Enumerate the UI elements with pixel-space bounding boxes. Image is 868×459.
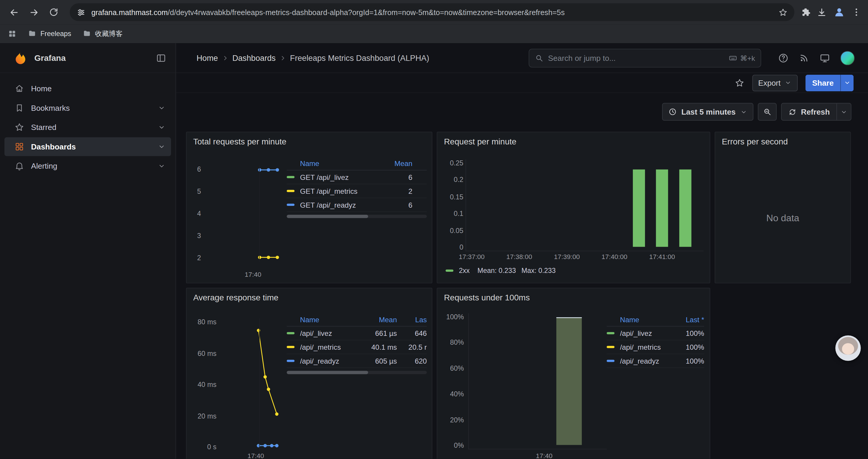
table-row[interactable]: /api/_livez 100% <box>607 326 704 340</box>
reload-button[interactable] <box>44 3 63 22</box>
assistant-avatar[interactable] <box>835 335 861 361</box>
bar-chart-requests[interactable] <box>466 160 704 251</box>
table-header: Name Mean Las <box>287 314 427 327</box>
panel-errors-per-second: Errors per second No data <box>715 132 851 283</box>
help-icon[interactable] <box>778 52 789 63</box>
chevron-down-icon[interactable] <box>158 104 165 112</box>
site-settings-icon[interactable] <box>76 7 86 17</box>
sidebar-item-dashboards[interactable]: Dashboards <box>4 137 171 156</box>
panel-title[interactable]: Errors per second <box>722 137 788 146</box>
table-header: Name Last * <box>607 314 704 327</box>
col-name[interactable]: Name <box>620 316 673 324</box>
zoom-out-icon <box>763 107 772 117</box>
gridline <box>259 165 260 262</box>
panel-title[interactable]: Requests under 100ms <box>444 293 530 302</box>
bookmark-label: Freeleaps <box>40 30 71 37</box>
chevron-down-icon <box>784 79 792 86</box>
monitor-icon[interactable] <box>819 52 830 63</box>
panel-total-requests: Total requests per minute 65432 17:40 Na… <box>186 132 433 283</box>
bar-chart-under-100ms[interactable] <box>468 314 607 450</box>
share-menu-button[interactable] <box>840 74 854 91</box>
forward-button[interactable] <box>24 3 43 22</box>
table-header: Name Mean <box>287 157 427 170</box>
legend-mean: Mean: 0.233 <box>477 267 516 274</box>
time-controls: Last 5 minutes Refresh <box>662 103 851 121</box>
table-row[interactable]: /api/_metrics 40.1 ms 20.5 r <box>287 340 427 354</box>
refresh-icon <box>788 107 797 116</box>
sidebar-item-starred[interactable]: Starred <box>4 118 171 137</box>
table-row[interactable]: /api/_readyz 605 µs 620 <box>287 354 427 368</box>
refresh-interval-button[interactable] <box>836 103 851 120</box>
search-box[interactable]: ⌘+k <box>529 49 761 68</box>
apps-grid-icon[interactable] <box>8 29 17 38</box>
clock-icon <box>668 107 677 117</box>
series-color-dash <box>607 346 615 348</box>
news-rss-icon[interactable] <box>799 53 809 63</box>
col-name[interactable]: Name <box>300 316 363 324</box>
legend-series-name[interactable]: 2xx <box>459 267 469 274</box>
dashboards-grid-icon <box>14 142 25 152</box>
topnav-icons <box>778 51 868 65</box>
panel-title[interactable]: Total requests per minute <box>193 137 286 146</box>
chevron-down-icon[interactable] <box>158 124 165 131</box>
bookmark-folder-blogs[interactable]: 收藏博客 <box>82 29 123 38</box>
grafana-logo-icon[interactable] <box>13 51 28 65</box>
export-button[interactable]: Export <box>752 74 798 91</box>
zoom-out-button[interactable] <box>758 103 777 121</box>
time-range-picker[interactable]: Last 5 minutes <box>662 103 753 121</box>
panel-title[interactable]: Request per minute <box>444 137 517 146</box>
sidebar-item-bookmarks[interactable]: Bookmarks <box>4 99 171 118</box>
line-chart-avg-response[interactable] <box>221 318 283 451</box>
breadcrumb-dashboards[interactable]: Dashboards <box>232 54 276 62</box>
back-button[interactable] <box>4 3 23 22</box>
extensions-icon[interactable] <box>801 7 811 17</box>
table-row[interactable]: /api/_metrics 100% <box>607 340 704 354</box>
scrollbar-thumb[interactable] <box>287 371 368 374</box>
table-row[interactable]: GET /api/_metrics 2 <box>287 184 427 198</box>
col-mean[interactable]: Mean <box>385 160 412 168</box>
bookmark-folder-freeleaps[interactable]: Freeleaps <box>28 29 71 38</box>
breadcrumb-current: Freeleaps Metrics Dashboard (ALPHA) <box>290 54 429 62</box>
favorite-star-icon[interactable] <box>735 78 745 88</box>
sidebar-item-home[interactable]: Home <box>4 79 171 98</box>
address-bar[interactable]: grafana.mathmast.com/d/deytv4rwavabkb/fr… <box>70 3 795 21</box>
series-color-dash <box>287 332 294 334</box>
sidebar-header: Grafana <box>0 43 176 73</box>
table-row[interactable]: GET /api/_livez 6 <box>287 170 427 184</box>
chevron-down-icon[interactable] <box>158 143 165 150</box>
refresh-group: Refresh <box>781 103 851 121</box>
bookmark-icon <box>14 103 25 113</box>
col-last[interactable]: Las <box>397 316 427 324</box>
scrollbar-thumb[interactable] <box>287 215 368 218</box>
downloads-icon[interactable] <box>816 7 827 18</box>
col-mean[interactable]: Mean <box>363 316 397 324</box>
line-chart-total-requests[interactable] <box>203 165 286 262</box>
grafana-app: Grafana Home Bookmarks Starred <box>0 43 868 459</box>
url-text[interactable]: grafana.mathmast.com/d/deytv4rwavabkb/fr… <box>91 8 773 16</box>
breadcrumb-home[interactable]: Home <box>196 54 218 62</box>
table-scrollbar[interactable] <box>287 215 427 218</box>
share-button[interactable]: Share <box>805 74 840 91</box>
col-name[interactable]: Name <box>300 160 385 168</box>
series-color-dash <box>607 360 615 362</box>
col-last[interactable]: Last * <box>673 316 704 324</box>
panel-title[interactable]: Average response time <box>193 293 279 302</box>
browser-toolbar: grafana.mathmast.com/d/deytv4rwavabkb/fr… <box>0 0 868 24</box>
share-split-button: Share <box>805 74 854 91</box>
user-avatar[interactable] <box>840 51 855 65</box>
profile-avatar-icon[interactable] <box>833 6 846 19</box>
table-scrollbar[interactable] <box>287 371 427 374</box>
sidebar-item-alerting[interactable]: Alerting <box>4 157 171 175</box>
bookmark-star-icon[interactable] <box>778 7 788 17</box>
table-row[interactable]: /api/_livez 661 µs 646 <box>287 326 427 340</box>
refresh-button[interactable]: Refresh <box>781 103 836 120</box>
sidebar-item-label: Bookmarks <box>31 103 70 112</box>
search-input[interactable] <box>548 54 724 63</box>
bookmark-label: 收藏博客 <box>95 29 123 38</box>
panel-request-per-minute: Request per minute 0.250.20.150.10.050 1… <box>437 132 710 283</box>
collapse-sidebar-icon[interactable] <box>156 52 167 63</box>
browser-menu-icon[interactable] <box>851 7 862 17</box>
table-row[interactable]: /api/_readyz 100% <box>607 354 704 368</box>
table-row[interactable]: GET /api/_readyz 6 <box>287 198 427 212</box>
chevron-down-icon[interactable] <box>158 162 165 170</box>
